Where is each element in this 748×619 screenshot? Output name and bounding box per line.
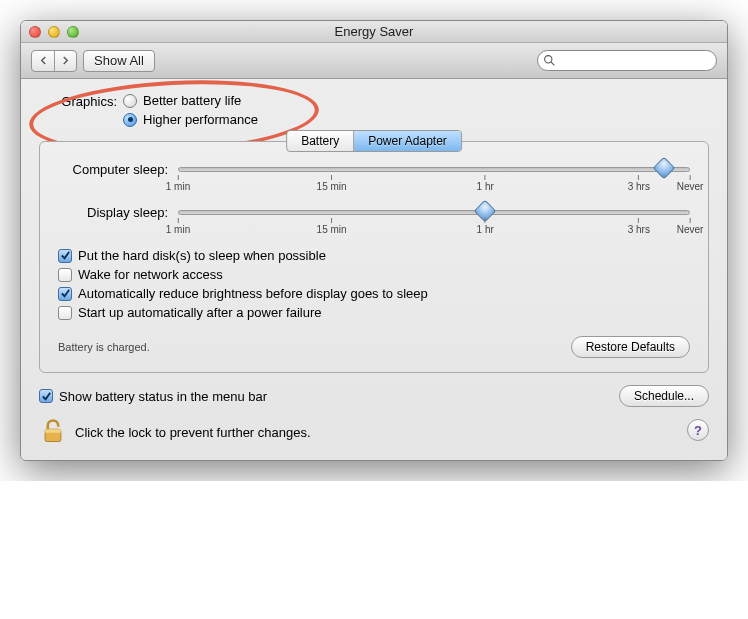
graphics-section: Graphics: Better battery life Higher per… bbox=[39, 93, 709, 127]
checkbox-icon bbox=[58, 249, 72, 263]
restore-defaults-button[interactable]: Restore Defaults bbox=[571, 336, 690, 358]
check-wake-network[interactable]: Wake for network access bbox=[58, 267, 690, 282]
display-sleep-row: Display sleep: 1 min 15 min 1 hr 3 hrs N… bbox=[58, 205, 690, 220]
computer-sleep-row: Computer sleep: 1 min 15 min 1 hr 3 hrs … bbox=[58, 162, 690, 177]
show-all-button[interactable]: Show All bbox=[83, 50, 155, 72]
checkbox-label: Show battery status in the menu bar bbox=[59, 389, 267, 404]
radio-label: Higher performance bbox=[143, 112, 258, 127]
settings-panel: Battery Power Adapter Computer sleep: 1 … bbox=[39, 141, 709, 373]
search-input[interactable] bbox=[537, 50, 717, 71]
nav-segmented bbox=[31, 50, 77, 72]
check-auto-start[interactable]: Start up automatically after a power fai… bbox=[58, 305, 690, 320]
traffic-lights bbox=[21, 26, 79, 38]
svg-point-0 bbox=[545, 56, 552, 63]
search-wrap bbox=[537, 50, 717, 71]
check-show-menu-bar[interactable]: Show battery status in the menu bar bbox=[39, 389, 267, 404]
system-preferences-window: Energy Saver Show All Graphics: bbox=[20, 20, 728, 461]
computer-sleep-slider[interactable]: 1 min 15 min 1 hr 3 hrs Never bbox=[178, 167, 690, 172]
show-all-label: Show All bbox=[94, 53, 144, 68]
svg-line-1 bbox=[551, 62, 554, 65]
lock-icon[interactable] bbox=[39, 417, 67, 448]
titlebar: Energy Saver bbox=[21, 21, 727, 43]
window-title: Energy Saver bbox=[21, 24, 727, 39]
zoom-window-button[interactable] bbox=[67, 26, 79, 38]
radio-icon bbox=[123, 113, 137, 127]
tab-label: Power Adapter bbox=[368, 134, 447, 148]
schedule-button[interactable]: Schedule... bbox=[619, 385, 709, 407]
checkbox-icon bbox=[58, 306, 72, 320]
search-icon bbox=[543, 54, 556, 67]
checkbox-label: Wake for network access bbox=[78, 267, 223, 282]
lock-row: Click the lock to prevent further change… bbox=[39, 417, 709, 448]
check-hd-sleep[interactable]: Put the hard disk(s) to sleep when possi… bbox=[58, 248, 690, 263]
graphics-label: Graphics: bbox=[39, 93, 117, 127]
status-row: Battery is charged. Restore Defaults bbox=[58, 336, 690, 358]
radio-higher-performance[interactable]: Higher performance bbox=[123, 112, 258, 127]
tab-power-adapter[interactable]: Power Adapter bbox=[353, 131, 461, 151]
check-dim-brightness[interactable]: Automatically reduce brightness before d… bbox=[58, 286, 690, 301]
slider-ticks: 1 min 15 min 1 hr 3 hrs Never bbox=[178, 175, 690, 197]
tab-label: Battery bbox=[301, 134, 339, 148]
lock-text: Click the lock to prevent further change… bbox=[75, 425, 311, 440]
help-button[interactable]: ? bbox=[687, 419, 709, 441]
radio-icon bbox=[123, 94, 137, 108]
slider-label: Display sleep: bbox=[58, 205, 168, 220]
radio-better-battery[interactable]: Better battery life bbox=[123, 93, 258, 108]
back-button[interactable] bbox=[32, 51, 54, 71]
checkbox-icon bbox=[58, 287, 72, 301]
svg-rect-3 bbox=[45, 429, 61, 433]
forward-button[interactable] bbox=[54, 51, 76, 71]
close-window-button[interactable] bbox=[29, 26, 41, 38]
display-sleep-slider[interactable]: 1 min 15 min 1 hr 3 hrs Never bbox=[178, 210, 690, 215]
options-checklist: Put the hard disk(s) to sleep when possi… bbox=[58, 248, 690, 320]
checkbox-label: Put the hard disk(s) to sleep when possi… bbox=[78, 248, 326, 263]
checkbox-icon bbox=[39, 389, 53, 403]
checkbox-label: Start up automatically after a power fai… bbox=[78, 305, 322, 320]
toolbar: Show All bbox=[21, 43, 727, 79]
content-area: Graphics: Better battery life Higher per… bbox=[21, 79, 727, 460]
minimize-window-button[interactable] bbox=[48, 26, 60, 38]
checkbox-icon bbox=[58, 268, 72, 282]
battery-status: Battery is charged. bbox=[58, 341, 150, 353]
button-label: Schedule... bbox=[634, 389, 694, 403]
slider-ticks: 1 min 15 min 1 hr 3 hrs Never bbox=[178, 218, 690, 240]
tab-bar: Battery Power Adapter bbox=[286, 130, 462, 152]
radio-label: Better battery life bbox=[143, 93, 241, 108]
button-label: Restore Defaults bbox=[586, 340, 675, 354]
slider-label: Computer sleep: bbox=[58, 162, 168, 177]
checkbox-label: Automatically reduce brightness before d… bbox=[78, 286, 428, 301]
tab-battery[interactable]: Battery bbox=[287, 131, 353, 151]
lower-row: Show battery status in the menu bar Sche… bbox=[39, 385, 709, 407]
help-label: ? bbox=[694, 423, 702, 438]
